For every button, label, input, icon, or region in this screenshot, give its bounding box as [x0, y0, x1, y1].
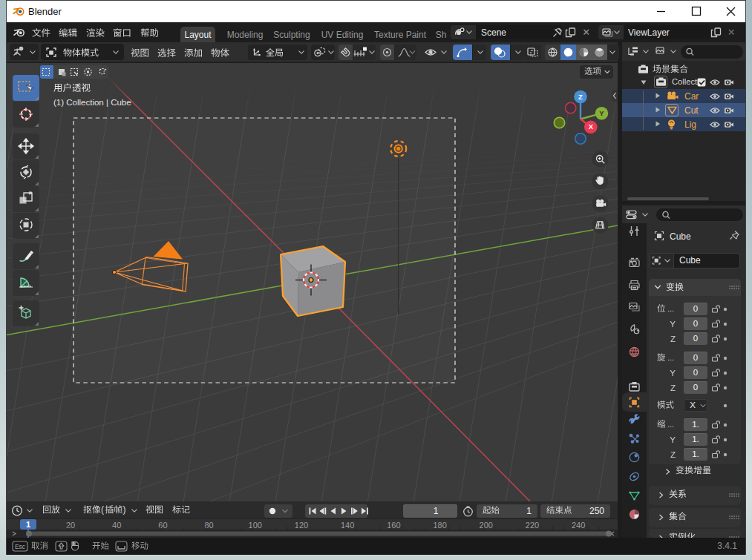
- svg-text:Z: Z: [578, 93, 583, 101]
- svg-text:Esc: Esc: [15, 543, 26, 550]
- svg-text:Y: Y: [599, 109, 604, 117]
- svg-text:(: (: [101, 505, 104, 515]
- svg-text:): ): [122, 505, 125, 515]
- svg-text:X: X: [589, 122, 594, 131]
